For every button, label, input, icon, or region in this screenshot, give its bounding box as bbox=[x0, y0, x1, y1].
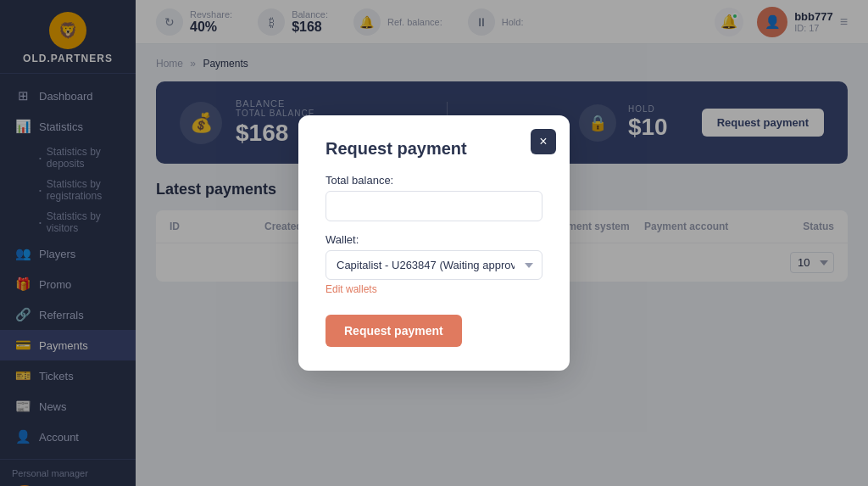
wallet-select[interactable]: Capitalist - U263847 (Waiting approval) … bbox=[326, 250, 542, 280]
wallet-field: Wallet: Capitalist - U263847 (Waiting ap… bbox=[326, 233, 542, 296]
modal-overlay[interactable]: Request payment × Total balance: Wallet:… bbox=[0, 0, 868, 486]
total-balance-field: Total balance: bbox=[326, 174, 542, 221]
modal-submit-button[interactable]: Request payment bbox=[326, 315, 462, 347]
total-balance-field-label: Total balance: bbox=[326, 174, 542, 187]
total-balance-input[interactable] bbox=[326, 191, 542, 221]
request-payment-modal: Request payment × Total balance: Wallet:… bbox=[298, 115, 570, 371]
modal-close-button[interactable]: × bbox=[531, 129, 556, 154]
wallet-field-label: Wallet: bbox=[326, 233, 542, 246]
modal-title: Request payment bbox=[326, 139, 542, 159]
edit-wallets-link[interactable]: Edit wallets bbox=[326, 283, 377, 295]
